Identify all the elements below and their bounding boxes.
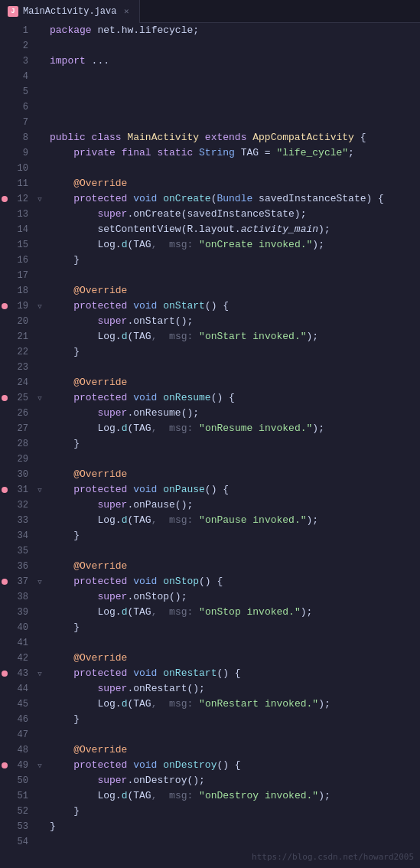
code-tokens: } <box>47 253 420 268</box>
token: net.hw.lifecycle; <box>97 24 199 36</box>
token: ); <box>318 698 330 710</box>
code-tokens: @Override <box>47 283 420 299</box>
code-tokens: package net.hw.lifecycle; <box>47 23 420 38</box>
token: ); <box>312 423 324 434</box>
token: Log <box>50 423 116 434</box>
line-number: 51 <box>0 791 34 801</box>
fold-button[interactable]: ▽ <box>34 301 45 312</box>
code-tokens: public class MainActivity extends AppCom… <box>47 130 420 145</box>
line-number: 16 <box>0 255 34 266</box>
code-tokens: Log.d(TAG, msg: "onRestart invoked."); <box>47 697 420 712</box>
line-number: 1 <box>0 25 34 36</box>
breakpoint-dot[interactable] <box>2 196 8 202</box>
fold-button <box>34 377 45 388</box>
line-number: 17 <box>0 270 34 281</box>
code-line: 6 <box>0 100 420 115</box>
token: protected <box>50 759 133 771</box>
line-number: 12 <box>0 194 34 204</box>
file-tab[interactable]: J MainActivity.java ✕ <box>0 0 140 23</box>
fold-button <box>34 622 45 633</box>
token: ); <box>318 790 330 801</box>
token: Log <box>50 514 116 526</box>
code-line: 50 super.onDestroy(); <box>0 773 420 788</box>
line-number: 33 <box>0 515 34 526</box>
fold-button <box>34 270 45 281</box>
code-line: 21 Log.d(TAG, msg: "onStart invoked."); <box>0 329 420 344</box>
fold-button <box>34 607 45 618</box>
code-line: 35 <box>0 543 420 559</box>
token: } <box>50 254 80 266</box>
fold-button[interactable]: ▽ <box>34 393 45 403</box>
fold-button <box>34 408 45 419</box>
token: } <box>50 438 80 449</box>
breakpoint-dot[interactable] <box>2 671 8 677</box>
code-tokens: } <box>47 712 420 727</box>
fold-button <box>34 163 45 174</box>
line-number: 7 <box>0 117 34 128</box>
fold-button <box>34 729 45 740</box>
code-line: 3import ... <box>0 54 420 69</box>
code-tokens: } <box>47 819 420 834</box>
line-number: 9 <box>0 148 34 158</box>
line-number: 35 <box>0 546 34 556</box>
breakpoint-dot[interactable] <box>2 579 8 585</box>
token: public <box>50 132 92 143</box>
breakpoint-dot[interactable] <box>2 395 8 401</box>
token: void <box>133 759 163 771</box>
fold-button <box>34 653 45 664</box>
code-line: 14 setContentView(R.layout.activity_main… <box>0 222 420 237</box>
line-number: 3 <box>0 56 34 67</box>
code-line: 5 <box>0 84 420 100</box>
token: TAG <box>133 239 151 250</box>
code-tokens <box>47 100 420 115</box>
code-line: 2 <box>0 38 420 54</box>
code-tokens: } <box>47 528 420 543</box>
code-tokens: @Override <box>47 467 420 482</box>
line-number: 49 <box>0 760 34 771</box>
token: . <box>116 606 122 618</box>
fold-button[interactable]: ▽ <box>34 194 45 204</box>
fold-button <box>34 117 45 128</box>
token: () { <box>199 576 223 587</box>
close-icon[interactable]: ✕ <box>121 6 132 17</box>
token: void <box>133 484 163 495</box>
token: TAG <box>133 606 151 618</box>
fold-button[interactable]: ▽ <box>34 760 45 771</box>
code-tokens <box>47 115 420 130</box>
fold-button <box>34 775 45 786</box>
code-line: 13 super.onCreate(savedInstanceState); <box>0 207 420 222</box>
fold-button <box>34 102 45 113</box>
token: , msg: <box>151 423 199 434</box>
fold-button <box>34 791 45 801</box>
fold-button <box>34 331 45 342</box>
token: onResume <box>163 392 210 403</box>
fold-button <box>34 347 45 357</box>
token: "onDestroy invoked." <box>199 790 318 801</box>
token: } <box>50 805 80 817</box>
token: . <box>116 239 122 250</box>
fold-button[interactable]: ▽ <box>34 485 45 495</box>
token: ) { <box>366 193 384 204</box>
code-line: 24 @Override <box>0 375 420 390</box>
tab-filename: MainActivity.java <box>23 6 116 17</box>
breakpoint-dot[interactable] <box>2 303 8 309</box>
breakpoint-dot[interactable] <box>2 487 8 493</box>
watermark: https://blog.csdn.net/howard2005 <box>252 852 414 862</box>
code-line: 49▽ protected void onDestroy() { <box>0 758 420 773</box>
fold-button <box>34 362 45 373</box>
line-number: 26 <box>0 408 34 419</box>
line-number: 45 <box>0 699 34 710</box>
fold-button <box>34 546 45 556</box>
fold-button[interactable]: ▽ <box>34 576 45 587</box>
token: static <box>157 147 199 158</box>
fold-button[interactable]: ▽ <box>34 668 45 679</box>
code-line: 9 private final static String TAG = "lif… <box>0 145 420 161</box>
code-line: 28 } <box>0 436 420 452</box>
token: Log <box>50 331 116 342</box>
fold-button <box>34 423 45 434</box>
fold-button <box>34 821 45 832</box>
code-tokens <box>47 38 420 54</box>
breakpoint-dot[interactable] <box>2 762 8 768</box>
line-number: 4 <box>0 71 34 82</box>
code-line: 23 <box>0 360 420 375</box>
